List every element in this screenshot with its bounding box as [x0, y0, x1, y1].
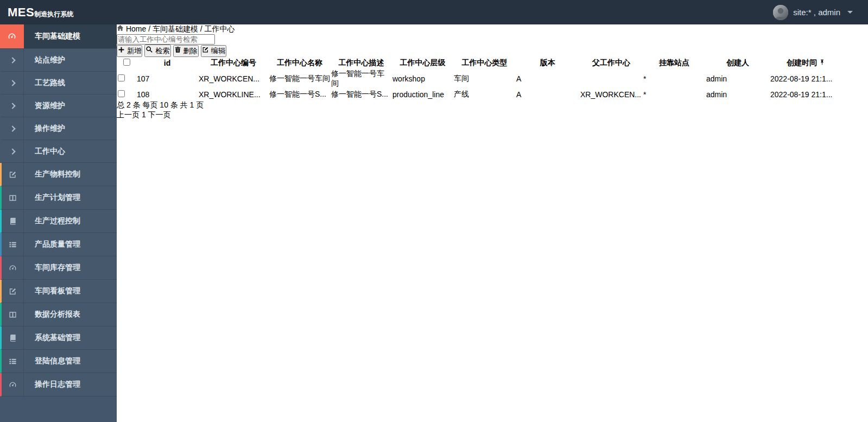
row-select-cell: [118, 69, 136, 89]
sidebar-item-label: 登陆信息管理: [24, 350, 98, 373]
breadcrumb-home[interactable]: Home: [117, 24, 148, 33]
plus-icon: [118, 47, 125, 55]
table-row: 107 XR_WORKCEN... 修一智能一号车间 修一智能一号车间 work…: [118, 69, 841, 89]
sidebar-item-data-analysis-report[interactable]: 数据分析报表: [0, 303, 117, 326]
cell-id: 107: [137, 69, 198, 89]
cell-create-time: 2022-08-19 21:1...: [770, 90, 841, 99]
app-logo-bold: MES: [8, 5, 34, 20]
sidebar-item-label: 车间基础建模: [24, 24, 98, 48]
chevron-down-icon: [98, 210, 117, 232]
cell-type: 产线: [454, 90, 515, 99]
pagination: 上一页 1 下一页: [117, 110, 868, 120]
select-all-checkbox[interactable]: [123, 59, 130, 66]
cell-level: production_line: [392, 90, 453, 99]
chevron-up-icon: [98, 24, 117, 48]
top-navbar: MES制造执行系统 site:* , admin: [0, 0, 868, 24]
column-header-id: id: [137, 58, 198, 68]
table-header-row: id 工作中心编号 工作中心名称 工作中心描述 工作中心层级 工作中心类型 版本…: [118, 58, 841, 68]
breadcrumb-current: 工作中心: [205, 24, 235, 33]
table-row: 108 XR_WORKLINE... 修一智能一号S... 修一智能一号S...…: [118, 90, 841, 99]
user-avatar: [773, 5, 788, 20]
cell-code: XR_WORKCEN...: [199, 69, 268, 89]
chevron-right-icon: [2, 72, 24, 94]
sidebar-item-workshop-kanban-mgmt[interactable]: 车间看板管理: [0, 280, 117, 303]
th-list-icon: [2, 350, 24, 373]
home-icon: [117, 24, 126, 33]
sidebar-item-site-maintenance[interactable]: 站点维护: [0, 49, 117, 72]
cell-creator: admin: [706, 69, 769, 89]
sidebar-item-system-base-mgmt[interactable]: 系统基础管理: [0, 326, 117, 350]
sidebar-item-operation-maintenance[interactable]: 操作维护: [0, 117, 117, 140]
column-header-creator: 创建人: [706, 58, 769, 68]
row-select-cell: [118, 90, 136, 99]
sidebar-item-workshop-base-modeling[interactable]: 车间基础建模: [0, 24, 117, 49]
column-header-create-time: 创建时间: [770, 58, 841, 68]
sidebar-item-label: 站点维护: [24, 49, 117, 71]
column-header-version: 版本: [516, 58, 579, 68]
column-header-description: 工作中心描述: [331, 58, 391, 68]
sidebar-item-label: 车间库存管理: [24, 256, 98, 279]
chevron-right-icon: [2, 117, 24, 140]
book-icon: [2, 326, 24, 349]
cell-code: XR_WORKLINE...: [199, 90, 268, 99]
sidebar-item-production-process-control[interactable]: 生产过程控制: [0, 210, 117, 233]
row-checkbox[interactable]: [118, 90, 125, 97]
search-icon: [145, 47, 153, 55]
add-button[interactable]: 新增: [117, 45, 142, 57]
breadcrumb-level2[interactable]: 车间基础建模: [153, 24, 198, 33]
sidebar-item-workshop-inventory-mgmt[interactable]: 车间库存管理: [0, 256, 117, 280]
pagination-total: 总 2 条: [117, 100, 141, 109]
pagination-next-button[interactable]: 下一页: [148, 110, 171, 119]
row-checkbox[interactable]: [118, 74, 125, 81]
work-center-table: id 工作中心编号 工作中心名称 工作中心描述 工作中心层级 工作中心类型 版本…: [117, 57, 842, 100]
sidebar-item-production-material-control[interactable]: 生产物料控制: [0, 163, 117, 186]
breadcrumb: Home / 车间基础建模 / 工作中心: [117, 24, 868, 34]
sidebar-item-label: 操作维护: [24, 117, 117, 140]
pin-icon[interactable]: [819, 58, 825, 67]
sidebar-item-product-quality-mgmt[interactable]: 产品质量管理: [0, 233, 117, 256]
column-header-name: 工作中心名称: [269, 58, 330, 68]
user-label: site:* , admin: [793, 8, 840, 17]
sidebar-item-login-info-mgmt[interactable]: 登陆信息管理: [0, 350, 117, 373]
search-button[interactable]: 检索: [144, 45, 170, 57]
sidebar-item-label: 生产过程控制: [24, 210, 98, 232]
sidebar-item-production-plan-mgmt[interactable]: 生产计划管理: [0, 186, 117, 210]
sidebar-item-label: 工作中心: [24, 140, 117, 162]
app-logo: MES制造执行系统: [0, 5, 117, 20]
column-header-parent: 父工作中心: [580, 58, 642, 68]
book-icon: [2, 210, 24, 232]
sidebar-item-operation-log-mgmt[interactable]: 操作日志管理: [0, 373, 117, 396]
sidebar-item-process-route[interactable]: 工艺路线: [0, 72, 117, 95]
work-center-search-input[interactable]: [117, 34, 215, 45]
gauge-icon: [2, 373, 24, 396]
cell-level: workshop: [392, 69, 453, 89]
cell-parent: XR_WORKCEN...: [580, 90, 642, 99]
chevron-down-icon: [98, 350, 117, 373]
cell-description: 修一智能一号车间: [331, 69, 391, 89]
cell-name: 修一智能一号车间: [269, 69, 330, 89]
edit-button[interactable]: 编辑: [201, 45, 226, 57]
sidebar-item-label: 生产计划管理: [24, 186, 98, 209]
chevron-right-icon: [2, 49, 24, 71]
pagination-prev-button[interactable]: 上一页: [117, 110, 140, 119]
delete-button[interactable]: 删除: [173, 45, 199, 57]
sidebar: 车间基础建模 站点维护 工艺路线 资源维护 操作维护 工作中心 生产物料控: [0, 24, 117, 422]
chevron-down-icon: [98, 256, 117, 279]
user-caret-down-icon: [847, 11, 853, 14]
chevron-down-icon: [98, 326, 117, 349]
column-header-type: 工作中心类型: [454, 58, 515, 68]
chevron-down-icon: [98, 233, 117, 256]
sidebar-item-work-center[interactable]: 工作中心: [0, 140, 117, 163]
sidebar-item-label: 资源维护: [24, 95, 117, 117]
sidebar-item-resource-maintenance[interactable]: 资源维护: [0, 95, 117, 117]
pagination-summary: 总 2 条 每页 10 条 共 1 页: [117, 100, 868, 110]
sidebar-item-label: 操作日志管理: [24, 373, 98, 396]
chevron-down-icon: [98, 163, 117, 186]
cell-version: A: [516, 90, 579, 99]
sidebar-item-label: 工艺路线: [24, 72, 117, 94]
chevron-down-icon: [98, 280, 117, 303]
user-menu[interactable]: site:* , admin: [773, 5, 868, 20]
pagination-page-1-button[interactable]: 1: [142, 110, 146, 119]
pencil-square-icon: [2, 280, 24, 303]
pagination-per-page: 每页 10 条: [142, 100, 178, 109]
